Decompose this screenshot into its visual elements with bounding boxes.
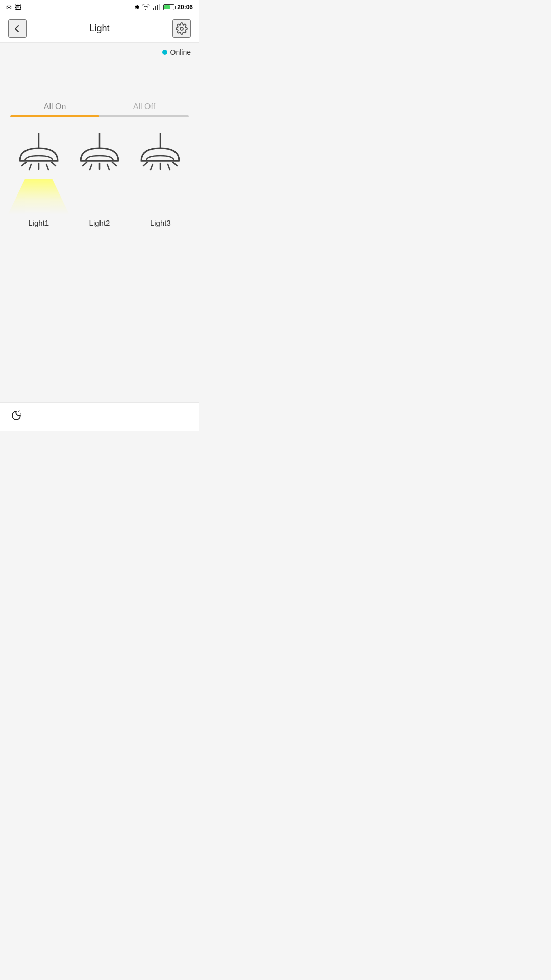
light-svg-2: [71, 133, 128, 214]
light-item-1[interactable]: Light1: [11, 133, 67, 227]
page-title: Light: [89, 23, 109, 34]
bluetooth-icon: ✱: [135, 4, 139, 11]
svg-line-10: [52, 162, 56, 166]
status-bar: ✉ 🖼 ✱ 20:06: [0, 0, 199, 14]
moon-icon[interactable]: [10, 408, 24, 426]
svg-point-26: [20, 413, 21, 414]
svg-line-9: [22, 162, 26, 166]
svg-line-24: [173, 162, 177, 166]
all-off-label[interactable]: All Off: [99, 102, 189, 115]
light-icon-2: [71, 133, 128, 199]
svg-line-21: [151, 164, 153, 170]
light-label-3: Light3: [150, 218, 171, 227]
svg-line-7: [29, 164, 31, 170]
light-svg-3: [132, 133, 188, 214]
toggle-labels: All On All Off: [10, 102, 189, 115]
toggle-section: All On All Off: [10, 102, 189, 117]
light-icon-1: [11, 133, 67, 199]
back-button[interactable]: [8, 19, 27, 38]
svg-line-14: [90, 164, 92, 170]
spacer: [0, 61, 199, 102]
content-area: Online All On All Off: [0, 43, 199, 237]
light-item-2[interactable]: Light2: [71, 133, 128, 227]
svg-point-27: [19, 410, 20, 410]
time-display: 20:06: [177, 4, 193, 11]
toggle-bar-fill: [10, 115, 99, 117]
svg-rect-2: [157, 5, 158, 10]
light-label-2: Light2: [89, 218, 110, 227]
mail-icon: ✉: [6, 4, 12, 11]
online-dot: [162, 50, 167, 55]
settings-button[interactable]: [172, 19, 191, 38]
all-on-label[interactable]: All On: [10, 102, 99, 115]
light-icon-3: [132, 133, 188, 199]
svg-rect-0: [153, 8, 154, 10]
svg-rect-1: [155, 6, 156, 10]
bottom-bar: [0, 402, 199, 431]
image-icon: 🖼: [15, 4, 21, 11]
status-right: ✱ 20:06: [135, 4, 193, 11]
svg-line-17: [112, 162, 116, 166]
online-text: Online: [170, 48, 191, 56]
svg-point-25: [18, 411, 19, 412]
online-status-bar: Online: [0, 43, 199, 61]
signal-icon: [153, 4, 161, 11]
battery-icon: [163, 4, 174, 10]
toggle-bar: [10, 115, 189, 117]
svg-rect-3: [159, 4, 160, 10]
light-item-3[interactable]: Light3: [132, 133, 188, 227]
lights-grid: Light1 Light2: [0, 122, 199, 227]
svg-line-16: [83, 162, 87, 166]
svg-line-8: [46, 164, 48, 170]
svg-line-22: [168, 164, 170, 170]
header: Light: [0, 14, 199, 43]
light-svg-1: [11, 133, 67, 214]
svg-line-23: [143, 162, 147, 166]
svg-line-15: [107, 164, 109, 170]
status-left: ✉ 🖼: [6, 4, 21, 11]
light-label-1: Light1: [28, 218, 49, 227]
wifi-icon: [142, 4, 150, 11]
